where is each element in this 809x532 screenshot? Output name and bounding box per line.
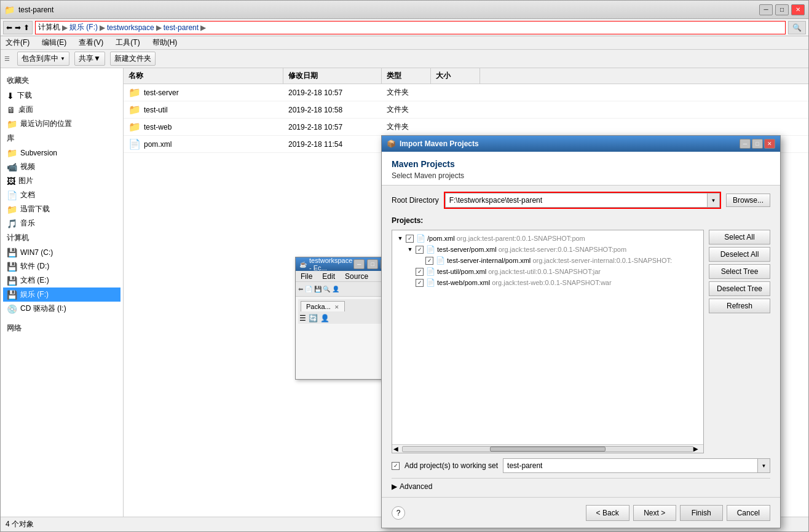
sidebar-item-video[interactable]: 📹 视频 [3, 160, 120, 174]
browse-button[interactable]: Browse... [726, 194, 770, 207]
dialog-close-btn[interactable]: ✕ [764, 139, 775, 149]
working-set-input[interactable] [503, 461, 757, 470]
drive-e-icon: 💾 [7, 276, 17, 286]
drive-i-icon: 💿 [7, 304, 17, 314]
tree-item-util[interactable]: 📄 test-util/pom.xml org.jack:test-util:0… [405, 266, 701, 277]
advanced-expand-icon: ▶ [392, 482, 397, 491]
projects-tree-area: ▼ 📄 /pom.xml org.jack:test-parent:0.0.1-… [392, 230, 770, 453]
file-row-1[interactable]: 📁 test-util 2019-2-18 10:58 文件夹 [124, 101, 808, 119]
menu-edit[interactable]: 编辑(E) [39, 36, 69, 49]
tree-item-root[interactable]: ▼ 📄 /pom.xml org.jack:test-parent:0.0.1-… [395, 233, 701, 244]
eclipse-menu-edit[interactable]: Edit [320, 271, 337, 282]
minimize-button[interactable]: ─ [759, 4, 773, 15]
sidebar-item-thunder[interactable]: 📁 迅雷下载 [3, 202, 120, 216]
tree-item-server-internal[interactable]: 📄 test-server-internal/pom.xml org.jack:… [414, 255, 701, 266]
scrollbar-thumb[interactable] [490, 447, 606, 452]
advanced-toggle[interactable]: ▶ Advanced [392, 482, 770, 491]
sidebar-item-drive-i[interactable]: 💿 CD 驱动器 (I:) [3, 302, 120, 316]
sidebar-item-download[interactable]: ⬇ 下载 [3, 88, 120, 103]
tree-item-text-web: test-web/pom.xml org.jack:test-web:0.0.1… [437, 279, 612, 286]
tree-item-server[interactable]: ▼ 📄 test-server/pom.xml org.jack:test-se… [405, 244, 701, 255]
sidebar-item-drive-f[interactable]: 💾 娱乐 (F:) [3, 288, 120, 302]
refresh-button[interactable]: Refresh [709, 299, 770, 313]
file-list-header: 名称 修改日期 类型 大小 [124, 68, 808, 84]
scroll-right-btn[interactable]: ▶ [693, 445, 702, 452]
sidebar-item-document[interactable]: 📄 文档 [3, 188, 120, 202]
eclipse-menu-file[interactable]: File [298, 271, 315, 282]
select-tree-button[interactable]: Select Tree [709, 264, 770, 279]
sidebar-item-picture[interactable]: 🖼 图片 [3, 174, 120, 188]
tree-checkbox-root[interactable] [406, 235, 414, 243]
download-icon: ⬇ [7, 91, 14, 101]
tree-checkbox-internal[interactable] [425, 257, 433, 265]
include-library-btn[interactable]: 包含到库中 ▼ [17, 52, 69, 66]
menu-file[interactable]: 文件(F) [3, 36, 32, 49]
dialog-header-subtitle: Select Maven projects [392, 171, 770, 180]
sidebar-item-recent[interactable]: 📁 最近访问的位置 [3, 117, 120, 131]
dialog-header-title: Maven Projects [392, 159, 770, 169]
expand-icon-server[interactable]: ▼ [406, 245, 414, 254]
header-size[interactable]: 大小 [431, 68, 480, 84]
maven-dialog: 📦 Import Maven Projects ─ □ ✕ Maven Proj… [381, 135, 781, 528]
root-dir-dropdown[interactable]: ▼ [708, 193, 720, 208]
sidebar-item-drive-d[interactable]: 💾 软件 (D:) [3, 259, 120, 273]
file-row-0[interactable]: 📁 test-server 2019-2-18 10:57 文件夹 [124, 84, 808, 101]
header-date[interactable]: 修改日期 [283, 68, 382, 84]
menu-tools[interactable]: 工具(T) [113, 36, 142, 49]
video-icon: 📹 [7, 162, 17, 172]
tree-item-text-root: /pom.xml org.jack:test-parent:0.0.1-SNAP… [427, 235, 585, 242]
root-dir-input[interactable] [445, 193, 708, 208]
file-type-1: 文件夹 [382, 102, 431, 117]
address-path[interactable]: 计算机 ▶ 娱乐 (F:) ▶ testworkspace ▶ test-par… [35, 21, 786, 34]
tree-item-web[interactable]: 📄 test-web/pom.xml org.jack:test-web:0.0… [405, 277, 701, 288]
maximize-button[interactable]: □ [775, 4, 789, 15]
eclipse-minimize-btn[interactable]: ─ [353, 259, 365, 269]
menu-help[interactable]: 帮助(H) [150, 36, 180, 49]
working-set-checkbox[interactable] [392, 462, 400, 470]
sidebar-item-desktop[interactable]: 🖥 桌面 [3, 103, 120, 117]
eclipse-title: testworkspace - Ec... [309, 257, 352, 272]
tree-checkbox-server[interactable] [416, 246, 424, 254]
address-computer: 计算机 [38, 22, 60, 33]
tree-checkbox-web[interactable] [416, 279, 424, 287]
next-button[interactable]: Next > [633, 505, 676, 521]
sidebar: 收藏夹 ⬇ 下载 🖥 桌面 📁 最近访问的位置 库 📁 Subversion 📹… [1, 68, 124, 531]
file-date-3: 2019-2-18 11:54 [283, 138, 382, 151]
close-button[interactable]: ✕ [791, 4, 805, 15]
working-set-dropdown[interactable]: ▼ [757, 459, 770, 472]
eclipse-package-explorer-tab[interactable]: Packa... ✕ [301, 301, 345, 311]
sidebar-item-drive-c[interactable]: 💾 WIN7 (C:) [3, 246, 120, 259]
menu-view[interactable]: 查看(V) [76, 36, 106, 49]
eclipse-menu-source[interactable]: Source [342, 271, 371, 282]
deselect-all-button[interactable]: Deselect All [709, 247, 770, 262]
help-button[interactable]: ? [392, 506, 405, 520]
header-name[interactable]: 名称 [124, 68, 283, 84]
eclipse-toolbar-icon-2[interactable]: 🔄 [309, 314, 318, 323]
tree-checkbox-util[interactable] [416, 268, 424, 276]
cancel-button[interactable]: Cancel [727, 505, 770, 521]
dialog-maximize-btn[interactable]: □ [752, 139, 763, 149]
drive-f-icon: 💾 [7, 290, 17, 300]
file-name-3: pom.xml [144, 140, 172, 149]
header-type[interactable]: 类型 [382, 68, 431, 84]
new-folder-btn[interactable]: 新建文件夹 [110, 52, 156, 66]
sidebar-item-subversion[interactable]: 📁 Subversion [3, 146, 120, 160]
scroll-left-btn[interactable]: ◀ [393, 445, 402, 452]
eclipse-toolbar-icon-1[interactable]: ☰ [299, 314, 306, 323]
back-button[interactable]: < Back [586, 505, 629, 521]
eclipse-toolbar-icon-3[interactable]: 👤 [320, 314, 330, 323]
sidebar-item-drive-e[interactable]: 💾 文档 (E:) [3, 273, 120, 288]
dialog-minimize-btn[interactable]: ─ [740, 139, 751, 149]
tree-scrollbar[interactable]: ◀ ▶ [392, 444, 703, 453]
deselect-tree-button[interactable]: Deselect Tree [709, 281, 770, 296]
expand-icon[interactable]: ▼ [396, 234, 405, 243]
xml-icon: 📄 [128, 138, 141, 150]
sidebar-item-music[interactable]: 🎵 音乐 [3, 216, 120, 230]
finish-button[interactable]: Finish [680, 505, 723, 521]
share-btn[interactable]: 共享▼ [74, 52, 105, 66]
scrollbar-track[interactable] [402, 446, 693, 452]
eclipse-maximize-btn[interactable]: □ [367, 259, 378, 269]
select-all-button[interactable]: Select All [709, 230, 770, 244]
eclipse-toolbar: ⬅ 📄 💾 🔍 👤 [296, 282, 393, 297]
file-row-2[interactable]: 📁 test-web 2019-2-18 10:57 文件夹 [124, 119, 808, 136]
